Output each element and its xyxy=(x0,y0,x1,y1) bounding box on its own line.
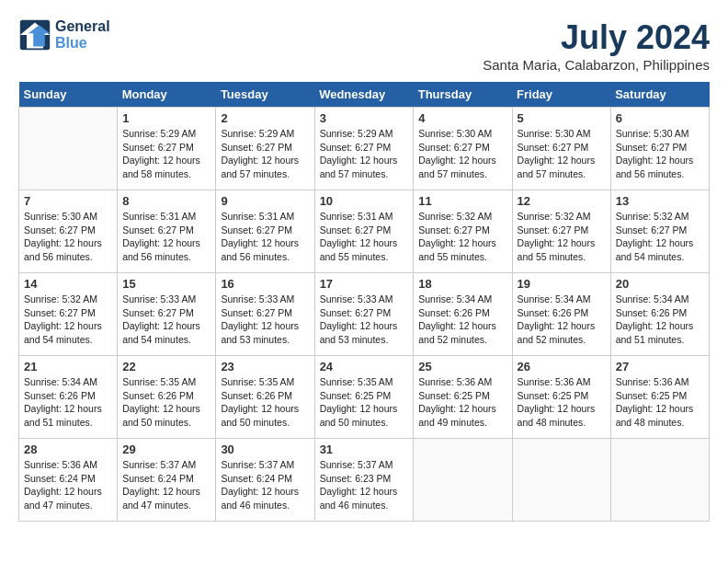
day-number: 18 xyxy=(418,277,506,291)
weekday-header-row: SundayMondayTuesdayWednesdayThursdayFrid… xyxy=(19,82,710,108)
calendar-cell: 5Sunrise: 5:30 AM Sunset: 6:27 PM Daylig… xyxy=(512,108,610,190)
day-info: Sunrise: 5:34 AM Sunset: 6:26 PM Dayligh… xyxy=(418,293,506,347)
day-number: 21 xyxy=(24,360,112,373)
calendar-cell xyxy=(414,439,512,522)
day-info: Sunrise: 5:29 AM Sunset: 6:27 PM Dayligh… xyxy=(320,127,409,181)
day-info: Sunrise: 5:31 AM Sunset: 6:27 PM Dayligh… xyxy=(122,210,210,264)
day-info: Sunrise: 5:36 AM Sunset: 6:24 PM Dayligh… xyxy=(24,458,112,512)
weekday-header: Friday xyxy=(512,82,610,108)
day-info: Sunrise: 5:35 AM Sunset: 6:25 PM Dayligh… xyxy=(320,375,409,430)
day-number: 4 xyxy=(418,111,506,125)
day-number: 9 xyxy=(221,194,309,208)
logo: General Blue xyxy=(18,18,110,52)
day-number: 27 xyxy=(616,360,704,373)
day-info: Sunrise: 5:30 AM Sunset: 6:27 PM Dayligh… xyxy=(518,127,606,181)
weekday-header: Sunday xyxy=(19,82,118,108)
calendar-cell xyxy=(19,108,118,190)
day-number: 22 xyxy=(122,360,210,373)
calendar-cell: 13Sunrise: 5:32 AM Sunset: 6:27 PM Dayli… xyxy=(610,190,709,273)
day-info: Sunrise: 5:29 AM Sunset: 6:27 PM Dayligh… xyxy=(221,127,309,181)
day-info: Sunrise: 5:35 AM Sunset: 6:26 PM Dayligh… xyxy=(221,375,309,430)
day-info: Sunrise: 5:31 AM Sunset: 6:27 PM Dayligh… xyxy=(320,210,409,264)
day-info: Sunrise: 5:30 AM Sunset: 6:27 PM Dayligh… xyxy=(418,127,506,181)
logo-text: General Blue xyxy=(55,18,110,52)
day-info: Sunrise: 5:29 AM Sunset: 6:27 PM Dayligh… xyxy=(122,127,210,181)
day-number: 10 xyxy=(320,194,409,208)
logo-icon xyxy=(18,18,51,52)
calendar-cell: 31Sunrise: 5:37 AM Sunset: 6:23 PM Dayli… xyxy=(314,439,414,522)
day-number: 2 xyxy=(221,111,309,125)
day-info: Sunrise: 5:33 AM Sunset: 6:27 PM Dayligh… xyxy=(221,293,309,347)
calendar-cell: 10Sunrise: 5:31 AM Sunset: 6:27 PM Dayli… xyxy=(314,190,414,273)
day-info: Sunrise: 5:36 AM Sunset: 6:25 PM Dayligh… xyxy=(616,375,704,430)
day-number: 1 xyxy=(122,111,210,125)
calendar-cell: 29Sunrise: 5:37 AM Sunset: 6:24 PM Dayli… xyxy=(118,439,216,522)
calendar-table: SundayMondayTuesdayWednesdayThursdayFrid… xyxy=(18,82,710,522)
page-header: General Blue July 2024 Santa Maria, Cala… xyxy=(18,18,710,73)
calendar-cell: 20Sunrise: 5:34 AM Sunset: 6:26 PM Dayli… xyxy=(610,273,709,356)
calendar-week-row: 7Sunrise: 5:30 AM Sunset: 6:27 PM Daylig… xyxy=(19,190,710,273)
day-number: 19 xyxy=(518,277,606,291)
calendar-cell: 23Sunrise: 5:35 AM Sunset: 6:26 PM Dayli… xyxy=(216,356,314,439)
day-info: Sunrise: 5:34 AM Sunset: 6:26 PM Dayligh… xyxy=(24,375,112,430)
calendar-cell: 7Sunrise: 5:30 AM Sunset: 6:27 PM Daylig… xyxy=(19,190,118,273)
calendar-cell: 26Sunrise: 5:36 AM Sunset: 6:25 PM Dayli… xyxy=(512,356,610,439)
calendar-week-row: 1Sunrise: 5:29 AM Sunset: 6:27 PM Daylig… xyxy=(19,108,710,190)
day-number: 11 xyxy=(418,194,506,208)
day-info: Sunrise: 5:34 AM Sunset: 6:26 PM Dayligh… xyxy=(616,293,704,347)
day-number: 24 xyxy=(320,360,409,373)
calendar-cell xyxy=(610,439,709,522)
weekday-header: Thursday xyxy=(414,82,512,108)
day-number: 5 xyxy=(518,111,606,125)
calendar-cell: 21Sunrise: 5:34 AM Sunset: 6:26 PM Dayli… xyxy=(19,356,118,439)
calendar-cell: 16Sunrise: 5:33 AM Sunset: 6:27 PM Dayli… xyxy=(216,273,314,356)
calendar-cell: 4Sunrise: 5:30 AM Sunset: 6:27 PM Daylig… xyxy=(414,108,512,190)
day-number: 30 xyxy=(221,442,309,456)
calendar-cell: 24Sunrise: 5:35 AM Sunset: 6:25 PM Dayli… xyxy=(314,356,414,439)
day-info: Sunrise: 5:32 AM Sunset: 6:27 PM Dayligh… xyxy=(518,210,606,264)
calendar-cell: 8Sunrise: 5:31 AM Sunset: 6:27 PM Daylig… xyxy=(118,190,216,273)
calendar-cell: 9Sunrise: 5:31 AM Sunset: 6:27 PM Daylig… xyxy=(216,190,314,273)
day-number: 29 xyxy=(122,442,210,456)
calendar-cell: 27Sunrise: 5:36 AM Sunset: 6:25 PM Dayli… xyxy=(610,356,709,439)
day-info: Sunrise: 5:33 AM Sunset: 6:27 PM Dayligh… xyxy=(320,293,409,347)
weekday-header: Monday xyxy=(118,82,216,108)
calendar-cell: 11Sunrise: 5:32 AM Sunset: 6:27 PM Dayli… xyxy=(414,190,512,273)
calendar-week-row: 28Sunrise: 5:36 AM Sunset: 6:24 PM Dayli… xyxy=(19,439,710,522)
calendar-cell: 28Sunrise: 5:36 AM Sunset: 6:24 PM Dayli… xyxy=(19,439,118,522)
day-info: Sunrise: 5:31 AM Sunset: 6:27 PM Dayligh… xyxy=(221,210,309,264)
calendar-cell: 14Sunrise: 5:32 AM Sunset: 6:27 PM Dayli… xyxy=(19,273,118,356)
calendar-cell: 2Sunrise: 5:29 AM Sunset: 6:27 PM Daylig… xyxy=(216,108,314,190)
day-info: Sunrise: 5:35 AM Sunset: 6:26 PM Dayligh… xyxy=(122,375,210,430)
calendar-cell: 30Sunrise: 5:37 AM Sunset: 6:24 PM Dayli… xyxy=(216,439,314,522)
day-info: Sunrise: 5:30 AM Sunset: 6:27 PM Dayligh… xyxy=(616,127,704,181)
calendar-cell: 1Sunrise: 5:29 AM Sunset: 6:27 PM Daylig… xyxy=(118,108,216,190)
day-number: 17 xyxy=(320,277,409,291)
month-year: July 2024 xyxy=(483,18,710,57)
day-number: 6 xyxy=(616,111,704,125)
day-number: 20 xyxy=(616,277,704,291)
day-number: 25 xyxy=(418,360,506,373)
weekday-header: Tuesday xyxy=(216,82,314,108)
day-number: 15 xyxy=(122,277,210,291)
weekday-header: Wednesday xyxy=(314,82,414,108)
calendar-cell: 22Sunrise: 5:35 AM Sunset: 6:26 PM Dayli… xyxy=(118,356,216,439)
day-number: 8 xyxy=(122,194,210,208)
day-info: Sunrise: 5:32 AM Sunset: 6:27 PM Dayligh… xyxy=(616,210,704,264)
day-info: Sunrise: 5:30 AM Sunset: 6:27 PM Dayligh… xyxy=(24,210,112,264)
day-info: Sunrise: 5:33 AM Sunset: 6:27 PM Dayligh… xyxy=(122,293,210,347)
day-number: 31 xyxy=(320,442,409,456)
title-block: July 2024 Santa Maria, Calabarzon, Phili… xyxy=(483,18,710,73)
day-info: Sunrise: 5:32 AM Sunset: 6:27 PM Dayligh… xyxy=(24,293,112,347)
day-info: Sunrise: 5:36 AM Sunset: 6:25 PM Dayligh… xyxy=(418,375,506,430)
day-info: Sunrise: 5:32 AM Sunset: 6:27 PM Dayligh… xyxy=(418,210,506,264)
day-number: 7 xyxy=(24,194,112,208)
day-number: 3 xyxy=(320,111,409,125)
calendar-cell: 12Sunrise: 5:32 AM Sunset: 6:27 PM Dayli… xyxy=(512,190,610,273)
weekday-header: Saturday xyxy=(610,82,709,108)
day-info: Sunrise: 5:34 AM Sunset: 6:26 PM Dayligh… xyxy=(518,293,606,347)
calendar-cell: 18Sunrise: 5:34 AM Sunset: 6:26 PM Dayli… xyxy=(414,273,512,356)
day-number: 28 xyxy=(24,442,112,456)
calendar-cell: 17Sunrise: 5:33 AM Sunset: 6:27 PM Dayli… xyxy=(314,273,414,356)
day-number: 16 xyxy=(221,277,309,291)
